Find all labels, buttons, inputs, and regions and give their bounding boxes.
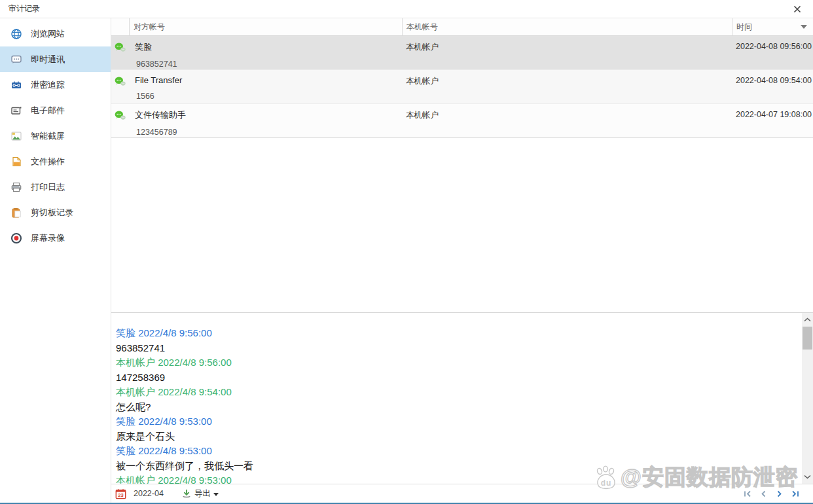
chat-bubble-icon — [10, 54, 22, 65]
sidebar-item-label: 浏览网站 — [31, 28, 65, 40]
sidebar-item-label: 即时通讯 — [31, 54, 65, 65]
sidebar-item-instant-messaging[interactable]: 即时通讯 — [0, 46, 111, 72]
document-icon — [10, 156, 22, 168]
session-time: 2022-04-08 09:56:00 — [732, 36, 813, 69]
previous-page-button[interactable] — [759, 489, 768, 499]
sidebar-item-label: 文件操作 — [31, 156, 65, 168]
message-header: 本机帐户 2022/4/8 9:54:00 — [116, 385, 793, 400]
first-page-button[interactable] — [743, 489, 753, 499]
message-header: 本机帐户 2022/4/8 9:56:00 — [116, 355, 793, 370]
message-header: 本机帐户 2022/4/8 9:53:00 — [116, 473, 793, 484]
calendar-button[interactable]: 23 — [115, 488, 126, 499]
wechat-icon — [115, 111, 126, 121]
table-row[interactable]: File Transfer 1566 本机帐户 2022-04-08 09:54… — [111, 70, 813, 104]
clipboard-icon — [10, 207, 22, 219]
local-account: 本机帐户 — [402, 36, 732, 69]
message-text: 147258369 — [116, 370, 793, 386]
sidebar-item-print-logs[interactable]: 打印日志 — [0, 174, 111, 200]
message-header: 笑脸 2022/4/8 9:53:00 — [116, 414, 793, 429]
peer-account: 123456789 — [135, 128, 402, 137]
table-row[interactable]: 笑脸 963852741 本机帐户 2022-04-08 09:56:00 — [111, 36, 813, 70]
peer-name: File Transfer — [135, 75, 402, 85]
message-text: 963852741 — [116, 341, 793, 356]
session-time: 2022-04-07 19:08:00 — [732, 104, 813, 137]
message-text: 原来是个石头 — [116, 429, 793, 444]
sidebar-item-label: 电子邮件 — [31, 105, 65, 117]
wechat-icon — [115, 77, 126, 87]
peer-name: 笑脸 — [135, 41, 402, 53]
pagination — [743, 489, 800, 499]
svg-text:23: 23 — [118, 492, 123, 498]
titlebar: 审计记录 — [0, 0, 813, 18]
message-header: 笑脸 2022/4/8 9:56:00 — [116, 326, 793, 341]
peer-account: 963852741 — [135, 60, 402, 69]
scroll-down-icon[interactable] — [802, 471, 813, 483]
scroll-up-icon[interactable] — [802, 314, 813, 326]
table-empty-area — [111, 138, 813, 313]
chat-transcript: 笑脸 2022/4/8 9:56:00 963852741 本机帐户 2022/… — [111, 313, 813, 484]
sidebar-item-label: 泄密追踪 — [31, 79, 65, 91]
sidebar-item-leak-tracking[interactable]: 泄密追踪 — [0, 72, 111, 98]
calendar-icon: 23 — [115, 488, 126, 499]
globe-icon — [10, 28, 22, 40]
printer-icon — [10, 181, 22, 193]
local-account: 本机帐户 — [402, 104, 732, 137]
wechat-icon — [115, 43, 126, 53]
message-header: 笑脸 2022/4/8 9:53:00 — [116, 444, 793, 459]
column-header-time[interactable]: 时间 — [732, 18, 813, 35]
sidebar-item-label: 智能截屏 — [31, 130, 65, 142]
session-time: 2022-04-08 09:54:00 — [732, 70, 813, 103]
footer-toolbar: 23 2022-04 导出 — [111, 484, 813, 503]
record-icon — [10, 232, 22, 244]
local-account: 本机帐户 — [402, 70, 732, 103]
message-text: 怎么呢? — [116, 400, 793, 415]
sidebar-item-browse-websites[interactable]: 浏览网站 — [0, 21, 111, 46]
sidebar-item-file-operations[interactable]: 文件操作 — [0, 149, 111, 174]
export-button[interactable]: 导出 — [181, 488, 219, 499]
column-header-local-account[interactable]: 本机帐号 — [402, 18, 732, 35]
sort-caret-icon[interactable] — [801, 25, 807, 29]
audit-records-window: 审计记录 浏览网站 即时通讯 泄密追踪 — [0, 0, 813, 504]
sidebar-item-clipboard-records[interactable]: 剪切板记录 — [0, 200, 111, 225]
date-filter-value[interactable]: 2022-04 — [134, 489, 164, 498]
window-title: 审计记录 — [9, 3, 40, 14]
peer-account: 1566 — [135, 92, 402, 101]
sidebar: 浏览网站 即时通讯 泄密追踪 电子邮件 — [0, 18, 111, 503]
sidebar-item-label: 打印日志 — [31, 181, 65, 193]
main-panel: 对方帐号 本机帐号 时间 笑脸 963852741 本机帐户 2022-04-0… — [111, 18, 813, 503]
scrollbar-thumb[interactable] — [803, 327, 812, 350]
table-header: 对方帐号 本机帐号 时间 — [111, 18, 813, 36]
last-page-button[interactable] — [790, 489, 800, 499]
envelope-icon — [10, 105, 22, 117]
close-button[interactable] — [790, 2, 804, 16]
table-row[interactable]: 文件传输助手 123456789 本机帐户 2022-04-07 19:08:0… — [111, 104, 813, 138]
close-icon — [793, 5, 802, 14]
download-icon — [181, 488, 192, 499]
sidebar-item-smart-screenshot[interactable]: 智能截屏 — [0, 123, 111, 149]
export-label: 导出 — [194, 488, 211, 499]
sidebar-item-email[interactable]: 电子邮件 — [0, 98, 111, 123]
peer-name: 文件传输助手 — [135, 109, 402, 121]
screenshot-icon — [10, 130, 22, 142]
sidebar-item-label: 剪切板记录 — [31, 207, 73, 219]
next-page-button[interactable] — [774, 489, 784, 499]
dropdown-caret-icon — [213, 493, 219, 496]
message-text: 被一个东西绊倒了，我低头一看 — [116, 459, 793, 474]
tracker-icon — [10, 79, 22, 91]
column-header-icon — [111, 18, 129, 35]
sidebar-item-label: 屏幕录像 — [31, 232, 65, 244]
sidebar-item-screen-recording[interactable]: 屏幕录像 — [0, 225, 111, 251]
column-header-peer-account[interactable]: 对方帐号 — [129, 18, 402, 35]
chat-scrollbar[interactable] — [802, 313, 813, 484]
